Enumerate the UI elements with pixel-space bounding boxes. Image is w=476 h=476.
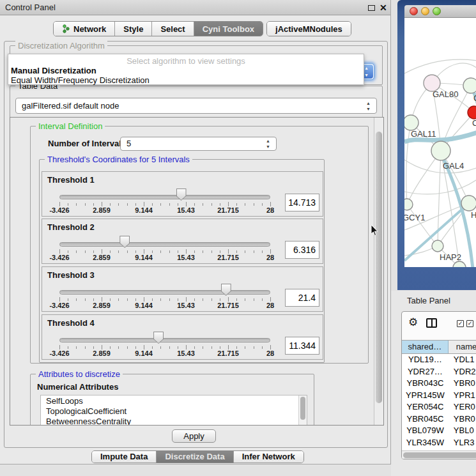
- split-columns-icon[interactable]: [426, 318, 437, 328]
- scale-tick-label: 9.144: [135, 349, 153, 357]
- settings-scroll-panel: Interval Definition Number of Intervals …: [10, 117, 384, 426]
- threshold-value-field[interactable]: 14.713: [285, 194, 319, 211]
- tab-label: Network: [73, 24, 106, 34]
- network-node[interactable]: [468, 106, 476, 119]
- attributes-group-label: Attributes to discretize: [36, 369, 123, 379]
- interval-definition-label: Interval Definition: [36, 121, 105, 131]
- tab-style[interactable]: Style: [115, 22, 152, 36]
- attributes-scrollbar[interactable]: [298, 395, 307, 426]
- scrollbar-thumb[interactable]: [300, 397, 305, 420]
- cell-name: YBR0: [449, 378, 476, 390]
- algorithm-dropdown-popup: Select algorithm to view settings Manual…: [8, 54, 364, 85]
- scale-tick-label: 2.859: [93, 302, 111, 309]
- network-node[interactable]: [404, 115, 418, 130]
- table-row[interactable]: YBL079WYBL0: [402, 425, 476, 437]
- mouse-cursor: [371, 225, 378, 239]
- scrollbar-thumb[interactable]: [376, 132, 382, 403]
- scale-tick-label: 21.715: [217, 349, 239, 357]
- close-icon[interactable]: ✕: [380, 2, 387, 13]
- threshold-slider-track[interactable]: [59, 290, 270, 295]
- table-row[interactable]: YBR043CYBR0: [402, 378, 476, 390]
- network-node[interactable]: [404, 199, 413, 210]
- minimize-traffic-light[interactable]: [421, 7, 429, 15]
- attribute-item-betweennesscentrality[interactable]: BetweennessCentrality: [41, 416, 307, 426]
- table-row[interactable]: YPR145WYPR1: [402, 390, 476, 402]
- column-header-shared-name[interactable]: shared…: [402, 341, 449, 353]
- tab-jactivemnodules[interactable]: jActiveMNodules: [267, 22, 351, 36]
- panel-vertical-scrollbar[interactable]: [374, 118, 383, 425]
- threshold-slider-track[interactable]: [59, 338, 270, 342]
- close-traffic-light[interactable]: [410, 7, 418, 15]
- table-data-select[interactable]: galFiltered.sif default node: [15, 98, 377, 114]
- network-icon: [62, 24, 70, 33]
- zoom-traffic-light[interactable]: [433, 7, 441, 15]
- checkbox-icon[interactable]: ✓: [466, 320, 473, 327]
- apply-button[interactable]: Apply: [172, 429, 216, 443]
- node-label: GAL11: [411, 129, 436, 139]
- node-label: HAP2: [440, 252, 461, 262]
- number-of-intervals-select[interactable]: 5: [120, 137, 277, 151]
- table-row[interactable]: YER054CYER0: [402, 401, 476, 413]
- tab-impute-data[interactable]: Impute Data: [92, 451, 157, 463]
- node-table-panel: ⚙ ✓ ✓ shared… name YDL19…YDL1YDR27…YDR2Y…: [401, 311, 476, 459]
- cell-shared-name: YBL079W: [402, 425, 449, 437]
- column-header-name[interactable]: name: [449, 341, 476, 353]
- threshold-label: Threshold 2: [47, 222, 95, 232]
- network-view-window: GAL80GCGAL11GAL4GCY1HHAP2: [397, 0, 476, 290]
- scale-tick-label: 28: [266, 302, 274, 309]
- cell-name: YPR1: [449, 390, 476, 402]
- top-tab-separate: jActiveMNodules: [266, 21, 351, 36]
- cell-name: YBL0: [449, 425, 476, 437]
- network-node[interactable]: [432, 240, 443, 252]
- cell-name: YLR3: [449, 437, 476, 449]
- threshold-value-field[interactable]: 21.4: [285, 289, 319, 307]
- network-node[interactable]: [431, 141, 450, 160]
- node-label: C: [472, 118, 476, 128]
- threshold-slider-track[interactable]: [59, 195, 270, 199]
- algorithm-option-manual-discretization[interactable]: Manual Discretization: [11, 66, 96, 75]
- table-horizontal-scrollbar[interactable]: [402, 450, 476, 459]
- node-label: GCY1: [404, 213, 425, 222]
- network-node[interactable]: [463, 78, 476, 93]
- scale-tick-label: 15.43: [177, 254, 195, 261]
- checkbox-icon[interactable]: ✓: [457, 320, 464, 327]
- network-canvas[interactable]: GAL80GCGAL11GAL4GCY1HHAP2: [404, 18, 476, 267]
- attribute-item-topologicalcoefficient[interactable]: TopologicalCoefficient: [41, 406, 307, 416]
- float-window-icon[interactable]: [368, 5, 375, 11]
- window-title: Control Panel: [5, 0, 56, 15]
- gear-icon[interactable]: ⚙: [408, 316, 418, 329]
- cell-shared-name: YDL19…: [402, 354, 449, 366]
- cell-shared-name: YER054C: [402, 401, 449, 413]
- tab-infer-network[interactable]: Infer Network: [234, 451, 303, 463]
- discretization-algorithm-label: Discretization Algorithm: [15, 41, 107, 50]
- scale-tick-label: 9.144: [135, 302, 153, 309]
- scale-tick-label: -3.426: [49, 206, 69, 214]
- combo-spinner-icon: [266, 139, 272, 148]
- network-node[interactable]: [453, 261, 466, 267]
- cell-shared-name: YPR145W: [402, 390, 449, 402]
- scale-tick-label: 9.144: [135, 206, 153, 214]
- table-row[interactable]: YDL19…YDL1: [402, 354, 476, 366]
- scrollbar-thumb[interactable]: [403, 452, 476, 458]
- threshold-value-field[interactable]: 11.344: [285, 337, 319, 355]
- threshold-slider-track[interactable]: [59, 242, 270, 247]
- node-label: GAL80: [433, 89, 458, 99]
- tab-cyni-toolbox[interactable]: Cyni Toolbox: [194, 22, 263, 36]
- table-row[interactable]: YLR345WYLR3: [402, 437, 476, 449]
- tab-network[interactable]: Network: [54, 22, 115, 36]
- scale-tick-label: 21.715: [217, 302, 239, 309]
- threshold-value-field[interactable]: 6.316: [285, 241, 319, 259]
- scale-tick-label: -3.426: [49, 254, 69, 261]
- threshold-row: Threshold 2 -3.4262.8599.14415.4321.7152…: [42, 219, 323, 264]
- table-row[interactable]: YDR27…YDR2: [402, 366, 476, 378]
- numerical-attributes-list[interactable]: SelfLoopsTopologicalCoefficientBetweenne…: [40, 395, 307, 426]
- tab-discretize-data[interactable]: Discretize Data: [157, 451, 233, 463]
- slider-scale-labels: -3.4262.8599.14415.4321.71528: [59, 254, 270, 261]
- top-tab-group: NetworkStyleSelectCyni Toolbox: [53, 21, 263, 36]
- algorithm-option-equal-width-frequency-discretization[interactable]: Equal Width/Frequency Discretization: [11, 75, 150, 85]
- control-panel-titlebar: Control Panel ✕: [0, 0, 390, 15]
- network-node[interactable]: [461, 196, 476, 211]
- tab-select[interactable]: Select: [152, 22, 194, 36]
- table-row[interactable]: YBR045CYBR0: [402, 413, 476, 426]
- attribute-item-selfloops[interactable]: SelfLoops: [41, 395, 307, 406]
